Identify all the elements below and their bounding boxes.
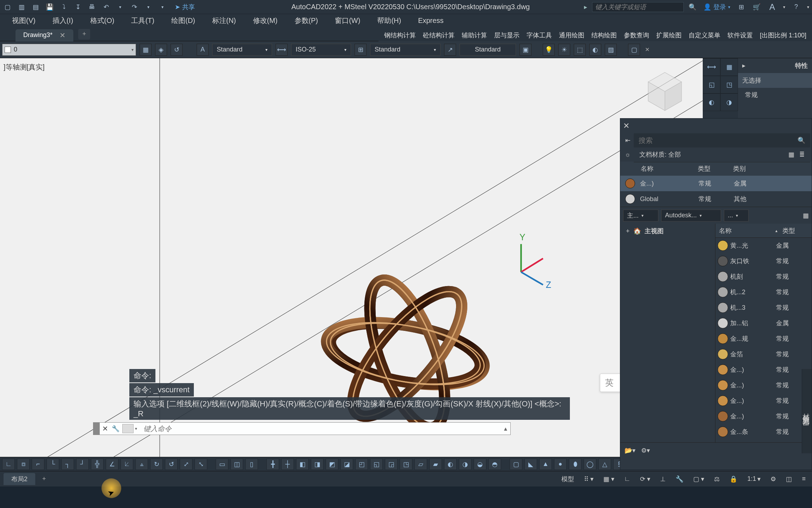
tool-icon[interactable]: ⟀ — [121, 459, 133, 470]
library-material-item[interactable]: 金...) 常规 — [715, 377, 812, 393]
library-tree-root[interactable]: + 🏠 主视图 — [620, 224, 715, 238]
undo-icon[interactable]: ↶ — [102, 2, 111, 12]
undo-dd[interactable]: ▾ — [116, 2, 125, 12]
materials-icon[interactable]: ⬚ — [574, 44, 586, 56]
help-icon[interactable]: ? — [792, 2, 801, 12]
cylinder-icon[interactable]: ⬮ — [569, 459, 582, 470]
export-icon[interactable]: ↧ — [73, 2, 82, 12]
tool-icon[interactable]: ⟁ — [135, 459, 148, 470]
col-category[interactable]: 类别 — [722, 164, 757, 173]
menu-tools[interactable]: 工具(T) — [123, 14, 163, 27]
scale-combo[interactable]: 1:1 ▾ — [744, 474, 763, 484]
nav-tool-icon[interactable]: ▦ — [720, 58, 738, 76]
layout-tab[interactable]: 布局2 — [4, 473, 35, 485]
materials-editor-icon[interactable]: ◐ — [589, 44, 601, 56]
tool-icon[interactable]: ◩ — [326, 459, 338, 470]
text-style-icon[interactable]: A — [197, 44, 209, 56]
render-icon[interactable]: ▣ — [519, 44, 531, 56]
command-close-icon[interactable]: ✕ — [100, 424, 110, 433]
library-material-item[interactable]: 金...条 常规 — [715, 424, 812, 439]
menu-format[interactable]: 格式(O) — [82, 14, 123, 27]
plugin-item[interactable]: 扩展绘图 — [653, 31, 685, 40]
add-layout-button[interactable]: + — [39, 475, 49, 483]
tool-icon[interactable]: ▯ — [245, 459, 258, 470]
open-icon[interactable]: ▤ — [31, 2, 40, 12]
plugin-item[interactable]: 砼结构计算 — [419, 31, 458, 40]
search-icon[interactable]: 🔍 — [688, 2, 697, 12]
properties-section[interactable]: 常规 — [738, 88, 812, 102]
menu-parametric[interactable]: 参数(P) — [286, 14, 327, 27]
snap-angle-icon[interactable]: ∟ — [621, 474, 633, 484]
tool-icon[interactable]: ◒ — [474, 459, 486, 470]
tool-icon[interactable]: ╋ — [266, 459, 279, 470]
materials-search[interactable]: 🔍 — [634, 133, 810, 147]
layer-combo[interactable]: 0 ▾ — [2, 44, 136, 56]
library-material-item[interactable]: 黄...光 金属 — [715, 238, 812, 253]
menu-insert[interactable]: 插入(I) — [44, 14, 82, 27]
materials-vtab-label[interactable]: 材质浏览器 — [802, 369, 812, 453]
view-list-icon[interactable]: ≣ — [799, 151, 805, 158]
tool-icon[interactable]: ◱ — [370, 459, 383, 470]
table-style-combo[interactable]: Standard ▾ — [370, 44, 441, 56]
menu-modify[interactable]: 修改(M) — [245, 14, 286, 27]
box-icon[interactable]: ▢ — [510, 459, 522, 470]
nav-tool-icon[interactable]: ⟷ — [703, 58, 720, 76]
material-item[interactable]: 金...) 常规 金属 — [620, 176, 812, 191]
tool-icon[interactable]: ┐ — [61, 459, 74, 470]
close-tab-icon[interactable]: ✕ — [60, 31, 66, 40]
filter-combo-2[interactable]: Autodesk...▾ — [661, 210, 721, 222]
sphere-icon[interactable]: ● — [554, 459, 567, 470]
tool-icon[interactable]: ┼ — [281, 459, 294, 470]
wedge-icon[interactable]: ◣ — [524, 459, 537, 470]
menu-help[interactable]: 帮助(H) — [369, 14, 410, 27]
settings-sync-icon[interactable]: ⚙▾ — [641, 447, 650, 454]
col-type[interactable]: 类型 — [687, 164, 722, 173]
nav-tool-icon[interactable]: ◳ — [720, 76, 738, 93]
layer-states-icon[interactable]: ▦ — [140, 44, 152, 56]
login-button[interactable]: 👤 登录 ▾ — [703, 3, 730, 11]
plugin-item[interactable]: 钢结构计算 — [381, 31, 419, 40]
command-grip-icon[interactable] — [93, 423, 100, 435]
panel-close-icon[interactable]: ✕ — [620, 121, 632, 131]
lib-col-name[interactable]: 名称 — [715, 226, 775, 235]
library-material-item[interactable]: 机...3 常规 — [715, 300, 812, 315]
qat-dropdown-icon[interactable]: ▾ — [158, 2, 167, 12]
plugin-item[interactable]: 字体工具 — [523, 31, 555, 40]
materials-search-input[interactable] — [639, 137, 798, 145]
drawing-area[interactable]: Y Z — [0, 58, 703, 457]
library-material-item[interactable]: 机刻 常规 — [715, 269, 812, 284]
menu-draw[interactable]: 绘图(D) — [163, 14, 204, 27]
grid-dots-icon[interactable]: ⠿ ▾ — [581, 474, 596, 484]
library-material-item[interactable]: 加...铝 金属 — [715, 315, 812, 331]
library-material-item[interactable]: 金...) 常规 — [715, 362, 812, 377]
isolate-icon[interactable]: ◫ — [783, 474, 795, 484]
material-item[interactable]: Global 常规 其他 — [620, 191, 812, 207]
app-store-icon[interactable]: ⊞ — [737, 2, 746, 12]
tool-icon[interactable]: ◲ — [385, 459, 398, 470]
tool-icon[interactable]: ◑ — [459, 459, 472, 470]
tool-icon[interactable]: ◳ — [400, 459, 412, 470]
nav-tool-icon[interactable]: ◐ — [703, 93, 720, 111]
library-material-item[interactable]: 金...) 常规 — [715, 393, 812, 409]
plugin-item[interactable]: 自定义菜单 — [685, 31, 724, 40]
tool-icon[interactable]: ◨ — [311, 459, 324, 470]
arrow-icon[interactable]: ▸ — [742, 62, 745, 69]
library-material-item[interactable]: 金箔 常规 — [715, 346, 812, 362]
plugin-item[interactable]: 软件设置 — [724, 31, 756, 40]
orbit-icon[interactable]: ⟳ ▾ — [637, 474, 653, 484]
app-menu-button[interactable]: ▢ — [3, 2, 12, 12]
command-line[interactable]: ✕ 🔧 ▾ ▴ — [93, 422, 511, 435]
render-region-icon[interactable]: ▢ — [628, 44, 640, 56]
menu-view[interactable]: 视图(V) — [4, 14, 44, 27]
tool-icon[interactable]: ◰ — [355, 459, 368, 470]
search-icon[interactable]: 🔍 — [798, 137, 805, 144]
panel-options-icon[interactable]: ☼ — [622, 151, 634, 158]
view-grid-icon[interactable]: ▦ — [788, 151, 794, 158]
tool-icon[interactable]: ↻ — [150, 459, 163, 470]
table-style-icon[interactable]: ⊞ — [355, 44, 367, 56]
save-icon[interactable]: 💾 — [45, 2, 54, 12]
menu-express[interactable]: Express — [410, 15, 452, 26]
tool-icon[interactable]: ▭ — [216, 459, 228, 470]
command-input[interactable] — [140, 423, 500, 435]
dim-style-icon[interactable]: ⟷ — [276, 44, 288, 56]
